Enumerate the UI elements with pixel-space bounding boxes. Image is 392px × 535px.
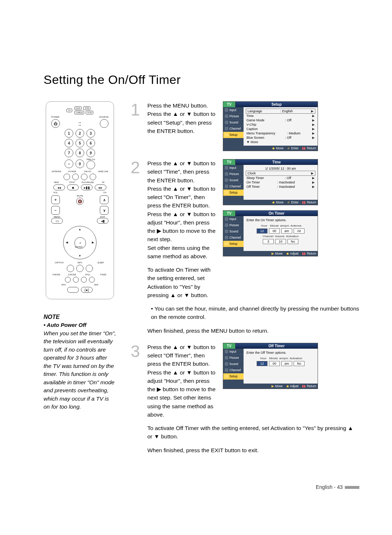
- osd-side-picture: Picture: [223, 355, 244, 361]
- osd-side-picture: Picture: [223, 113, 244, 119]
- osd-side-input: Input: [223, 107, 244, 113]
- step-2-text-a: Press the ▲ or ▼ button to select "Time"…: [147, 159, 216, 260]
- step-3-after-a: To activate Off Timer with the setting e…: [147, 424, 359, 441]
- osd-side-setup: Setup: [223, 190, 244, 196]
- osd-setup: TVSetup Input Picture Sound Channel Setu…: [223, 101, 318, 151]
- remote-srs: (●): [81, 287, 93, 293]
- footer-bar-icon: [345, 486, 359, 489]
- remote-smode-label: S.MODE: [65, 273, 79, 276]
- remote-3: 3: [86, 129, 95, 138]
- note-heading: NOTE: [44, 314, 116, 320]
- remote-power-label: POWER: [51, 116, 60, 118]
- remote-4: 4: [65, 139, 73, 147]
- osd-side-input: Input: [223, 349, 244, 355]
- remote-chmgr-label: CH MGR: [65, 170, 79, 173]
- remote-sleep: [86, 265, 93, 272]
- remote-caption-label: CAPTION: [50, 262, 68, 264]
- mute-icon: 🔇: [76, 198, 83, 205]
- channel-icon: [225, 127, 228, 130]
- remote-illustration: TV DVD STB CABLE VCR POWER SOURC: [46, 101, 114, 299]
- remote-vcr: VCR: [86, 111, 93, 114]
- remote-favch: [81, 174, 87, 180]
- on-timer-prompt: Enter the On Timer options.: [246, 218, 315, 223]
- remote-chmgr: [72, 174, 79, 180]
- step-2-after: When finished, press the MENU button to …: [147, 327, 359, 335]
- remote-info-label: INFO: [70, 262, 89, 264]
- remote-mts: [67, 287, 79, 293]
- remote-wiselink-label: WISE LINK: [97, 170, 110, 173]
- remote-caption: [67, 265, 74, 272]
- osd-side-channel: Channel: [223, 367, 244, 373]
- osd-setup-title: Setup: [236, 102, 318, 107]
- remote-9: 9: [86, 149, 95, 157]
- remote-stb: STB: [83, 106, 90, 110]
- remote-2: 2: [75, 129, 84, 138]
- osd-on-timer-title: On Timer: [236, 211, 318, 216]
- stop-icon: ■: [67, 185, 79, 190]
- remote-wiselink: [90, 174, 96, 180]
- osd-off-timer: TVOff Timer Input Picture Sound Channel …: [223, 343, 318, 389]
- step-1-text: Press the MENU button. Press the ▲ or ▼ …: [147, 101, 216, 135]
- osd-tv-tab: TV: [223, 211, 236, 216]
- remote-dpad: ▲ ▼ ◀ ▶ ↲ ENTER: [63, 226, 97, 259]
- remote-still-label: STILL: [81, 273, 94, 276]
- osd-side-sound: Sound: [223, 119, 244, 126]
- osd-tv-tab: TV: [223, 102, 236, 107]
- remote-sleep-label: SLEEP: [91, 262, 110, 264]
- remote-mts-label: MTS: [49, 284, 78, 286]
- osd-side-sound: Sound: [223, 177, 244, 183]
- remote-0: 0: [75, 159, 84, 168]
- remote-smode: [73, 277, 79, 283]
- remote-srs-label: SRS: [82, 284, 111, 286]
- remote-source-button: [100, 119, 109, 128]
- step-2-number: 2: [131, 159, 142, 335]
- osd-time: TVTime Input Picture Sound Channel Setup: [223, 159, 318, 205]
- remote-antenna-label: ANTENNA: [50, 170, 63, 173]
- sound-icon: [225, 121, 228, 124]
- step-2-bullet: You can set the hour, minute, and channe…: [147, 304, 359, 321]
- power-icon: ⏻: [51, 119, 60, 128]
- osd-side-picture: Picture: [223, 222, 244, 228]
- remote-1: 1: [65, 129, 73, 138]
- osd-side-setup: Setup: [223, 132, 244, 138]
- osd-off-timer-title: Off Timer: [236, 343, 318, 349]
- note-body: When you set the timer "On", the televis…: [44, 329, 116, 411]
- remote-dash: –: [65, 159, 73, 168]
- osd-tv-tab: TV: [223, 343, 236, 349]
- page-title: Setting the On/Off Timer: [44, 73, 359, 87]
- rewind-icon: ◂◂: [53, 185, 65, 190]
- osd-side-channel: Channel: [223, 183, 244, 190]
- remote-still: [81, 277, 87, 283]
- remote-menu-button: ▭: [51, 218, 63, 224]
- remote-antenna: [64, 174, 70, 180]
- osd-side-channel: Channel: [223, 235, 244, 241]
- remote-psize: [89, 277, 95, 283]
- remote-info: [76, 265, 83, 272]
- step-3-text: Press the ▲ or ▼ button to select "Off T…: [147, 343, 216, 419]
- ch-up-icon: ∧: [100, 195, 109, 204]
- step-2-text-b: To activate On Timer with the setting en…: [147, 266, 216, 299]
- remote-mute-label: MUTE: [77, 195, 83, 197]
- remote-pmode-label: P.MODE: [50, 273, 63, 276]
- step-3: 3 Press the ▲ or ▼ button to select "Off…: [131, 343, 359, 454]
- remote-rew-label: REW: [50, 181, 63, 183]
- page-footer: English - 43: [44, 484, 359, 490]
- play-pause-icon: ▸▮▮: [81, 185, 93, 190]
- remote-cable: CABLE: [74, 111, 85, 114]
- remote-source-label: SOURCE: [99, 116, 109, 118]
- osd-side-channel: Channel: [223, 126, 244, 132]
- picture-icon: [225, 114, 228, 118]
- vol-up-icon: ＋: [51, 195, 60, 204]
- remote-7: 7: [65, 149, 73, 157]
- osd-side-setup: Setup: [223, 241, 244, 247]
- ch-down-icon: ∨: [100, 206, 109, 215]
- remote-psize-label: P.SIZE: [97, 273, 110, 276]
- input-icon: [225, 108, 228, 112]
- osd-on-timer: TVOn Timer Input Picture Sound Channel S…: [223, 210, 318, 256]
- osd-time-title: Time: [236, 159, 318, 165]
- vol-down-icon: −: [51, 206, 60, 215]
- ff-icon: ▸▸: [95, 185, 106, 190]
- remote-favch-label: FAV.CH: [81, 170, 94, 173]
- osd-side-input: Input: [223, 165, 244, 171]
- step-3-after-b: When finished, press the EXIT button to …: [147, 446, 359, 454]
